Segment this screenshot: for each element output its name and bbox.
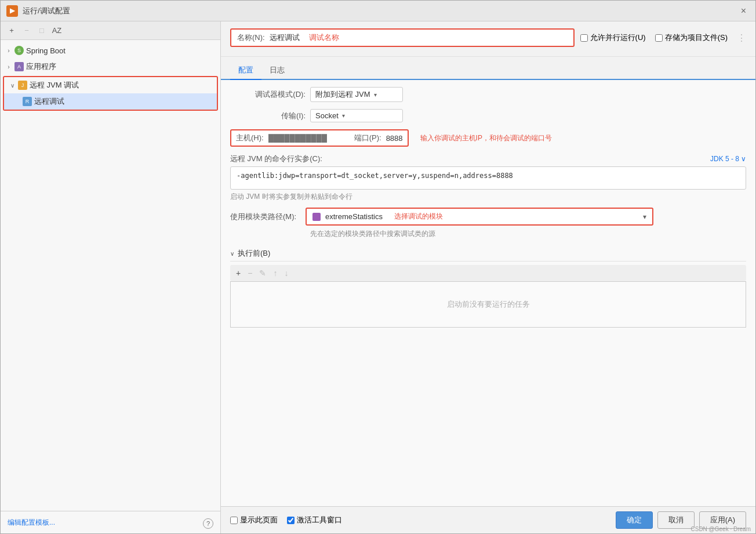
allow-parallel-input[interactable] [580, 34, 588, 42]
sidebar-item-remote-jvm[interactable]: ∨ J 远程 JVM 调试 [4, 77, 217, 93]
module-select[interactable]: extremeStatistics 选择调试的模块 ▾ [306, 208, 653, 226]
jdk-select[interactable]: JDK 5 - 8 ∨ [710, 155, 746, 163]
host-port-section: 主机(H): 端口(P): 8888 [230, 129, 409, 147]
before-exec-add-button[interactable]: + [235, 267, 242, 279]
before-exec-header: ∨ 执行前(B) [230, 246, 746, 261]
host-input[interactable] [268, 134, 338, 143]
jdk-version-label: JDK 5 - 8 [710, 155, 739, 163]
application-icon: A [14, 62, 24, 71]
host-label: 主机(H): [236, 133, 264, 143]
cmd-value: -agentlib:jdwp=transport=dt_socket,serve… [230, 166, 746, 190]
copy-config-button[interactable]: □ [35, 24, 48, 37]
sidebar-item-application[interactable]: › A 应用程序 [1, 59, 220, 75]
before-exec-down-button[interactable]: ↓ [283, 267, 289, 279]
before-exec-content: 启动前没有要运行的任务 [230, 281, 746, 328]
sidebar-item-remote-debug[interactable]: R 远程调试 [4, 93, 217, 110]
spring-boot-arrow-icon: › [5, 48, 12, 54]
before-exec-empty-note: 启动前没有要运行的任务 [447, 299, 530, 310]
show-page-label: 显示此页面 [240, 515, 278, 525]
ok-button[interactable]: 确定 [616, 511, 653, 529]
add-config-button[interactable]: + [5, 24, 18, 37]
app-icon: ▶ [6, 5, 18, 17]
allow-parallel-checkbox[interactable]: 允许并行运行(U) [580, 32, 646, 43]
remote-debug-label: 远程调试 [34, 96, 64, 107]
sort-config-button[interactable]: AZ [50, 24, 63, 37]
name-hint: 调试名称 [309, 32, 339, 43]
store-as-project-checkbox[interactable]: 存储为项目文件(S) [655, 32, 728, 43]
dialog-title: 运行/调试配置 [23, 6, 733, 16]
dialog-footer: 显示此页面 激活工具窗口 确定 取消 应用(A) [221, 506, 755, 533]
allow-parallel-label: 允许并行运行(U) [590, 32, 646, 43]
remote-debug-icon: R [23, 97, 32, 106]
port-label: 端口(P): [354, 133, 381, 143]
show-page-input[interactable] [230, 517, 238, 524]
sidebar-item-spring-boot[interactable]: › S Spring Boot [1, 42, 220, 59]
module-hint: 选择调试的模块 [394, 212, 443, 221]
left-footer: 编辑配置模板... ? [1, 511, 220, 533]
module-section: 使用模块类路径(M): extremeStatistics 选择调试的模块 ▾ … [230, 208, 746, 239]
cancel-button[interactable]: 取消 [657, 511, 695, 529]
remove-config-button[interactable]: − [20, 24, 33, 37]
name-value: 远程调试 [270, 32, 300, 43]
remote-jvm-icon: J [18, 81, 27, 90]
module-name: extremeStatistics [325, 212, 383, 221]
remote-jvm-group: ∨ J 远程 JVM 调试 R 远程调试 [3, 76, 218, 111]
right-panel: 名称(N): 远程调试 调试名称 允许并行运行(U) 存储为项目文件(S) [221, 21, 755, 533]
before-exec-remove-button[interactable]: − [246, 267, 253, 279]
before-exec-collapse-icon[interactable]: ∨ [230, 250, 234, 257]
cmd-note: 启动 JVM 时将实参复制并粘贴到命令行 [230, 192, 746, 202]
debugger-mode-value: 附加到远程 JVM [315, 89, 370, 100]
before-exec-up-button[interactable]: ↑ [272, 267, 278, 279]
transport-arrow-icon: ▾ [342, 112, 345, 119]
left-panel: + − □ AZ › S Spring Boot › A 应用程序 [1, 21, 221, 533]
store-as-project-input[interactable] [655, 34, 663, 42]
transport-row: 传输(I): Socket ▾ [230, 109, 746, 122]
application-label: 应用程序 [26, 61, 56, 72]
before-exec-toolbar: + − ✎ ↑ ↓ [230, 265, 746, 281]
module-label-row: 使用模块类路径(M): extremeStatistics 选择调试的模块 ▾ [230, 208, 746, 226]
activate-tool-label: 激活工具窗口 [297, 515, 342, 525]
debugger-mode-arrow-icon: ▾ [374, 92, 377, 98]
jdk-arrow-icon: ∨ [741, 155, 746, 163]
title-bar: ▶ 运行/调试配置 × [1, 1, 755, 21]
tab-log[interactable]: 日志 [261, 61, 293, 80]
before-exec-edit-button[interactable]: ✎ [258, 267, 267, 279]
help-button[interactable]: ? [203, 518, 213, 529]
config-tabs: 配置 日志 [221, 57, 755, 80]
remote-jvm-arrow-icon: ∨ [9, 82, 16, 89]
transport-label: 传输(I): [230, 111, 306, 121]
before-exec-section: ∨ 执行前(B) + − ✎ ↑ ↓ 启动前没有要运行的任务 [230, 246, 746, 328]
application-arrow-icon: › [5, 64, 12, 70]
form-inner: 调试器模式(D): 附加到远程 JVM ▾ 传输(I): Socket ▾ [221, 80, 755, 335]
spring-boot-label: Spring Boot [26, 46, 66, 55]
config-tree: › S Spring Boot › A 应用程序 ∨ J 远程 JVM 调试 [1, 40, 220, 278]
edit-template-link[interactable]: 编辑配置模板... [8, 518, 55, 528]
port-value: 8888 [386, 134, 403, 143]
spring-boot-icon: S [14, 46, 24, 55]
show-page-checkbox[interactable]: 显示此页面 [230, 515, 278, 525]
module-select-arrow-icon: ▾ [643, 213, 646, 221]
host-port-row: 主机(H): 端口(P): 8888 输入你调试的主机IP，和待会调试的端口号 [230, 129, 746, 147]
module-note: 先在选定的模块类路径中搜索调试类的源 [230, 229, 746, 239]
host-hint: 输入你调试的主机IP，和待会调试的端口号 [420, 133, 552, 143]
csdn-watermark: CSDN @Geek · Dream [690, 526, 751, 532]
debugger-mode-select[interactable]: 附加到远程 JVM ▾ [310, 87, 403, 102]
cmd-section: 远程 JVM 的命令行实参(C): JDK 5 - 8 ∨ -agentlib:… [230, 154, 746, 202]
activate-tool-checkbox[interactable]: 激活工具窗口 [287, 515, 342, 525]
store-as-project-label: 存储为项目文件(S) [665, 32, 728, 43]
config-form: 调试器模式(D): 附加到远程 JVM ▾ 传输(I): Socket ▾ [221, 80, 755, 506]
more-options-button[interactable]: ⋮ [737, 32, 746, 43]
transport-select[interactable]: Socket ▾ [310, 109, 403, 122]
remote-jvm-label: 远程 JVM 调试 [30, 80, 79, 90]
before-exec-label: 执行前(B) [238, 248, 270, 259]
close-button[interactable]: × [737, 5, 750, 17]
name-section: 名称(N): 远程调试 调试名称 [230, 28, 575, 47]
tab-config[interactable]: 配置 [230, 61, 261, 80]
content-area: + − □ AZ › S Spring Boot › A 应用程序 [1, 21, 755, 533]
header-checkboxes: 允许并行运行(U) 存储为项目文件(S) ⋮ [580, 32, 746, 43]
run-debug-config-dialog: ▶ 运行/调试配置 × + − □ AZ › S Spring Boot [0, 0, 756, 534]
config-header: 名称(N): 远程调试 调试名称 允许并行运行(U) 存储为项目文件(S) [221, 21, 755, 57]
activate-tool-input[interactable] [287, 517, 295, 524]
footer-checkboxes: 显示此页面 激活工具窗口 [230, 515, 342, 525]
cmd-header: 远程 JVM 的命令行实参(C): JDK 5 - 8 ∨ [230, 154, 746, 164]
